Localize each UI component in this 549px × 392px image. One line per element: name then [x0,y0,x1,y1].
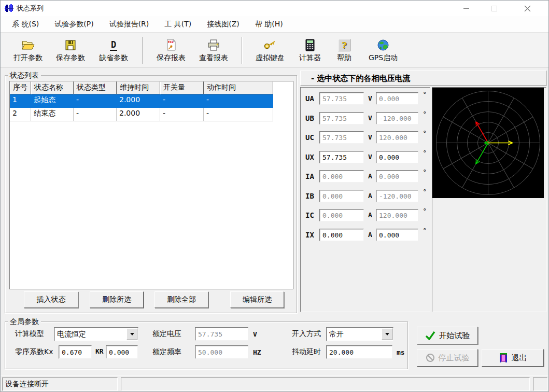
virtual-keyboard-button[interactable]: 虚拟键盘 [249,35,291,65]
menu-bar: 系 统(S) 试验参数(P) 试验报告(R) 工 具(T) 接线图(Z) 帮 助… [1,16,548,33]
phase-label: UX [305,153,314,161]
cell[interactable]: 2.000 [117,94,160,108]
phase-row-ic: IC 0.000 A 120.000 ° [301,209,430,222]
delete-selected-button[interactable]: 删除所选 [90,291,144,308]
maximize-button[interactable] [482,1,506,16]
cell[interactable]: 起始态 [31,94,74,108]
phase-label: IA [305,172,314,180]
table-row-selected[interactable]: 1 起始态 - 2.000 - - [10,94,293,108]
cell[interactable]: - [160,94,204,108]
delete-all-button[interactable]: 删除全部 [154,291,208,308]
rated-voltage-input: 57.735 [195,327,248,341]
cell[interactable]: - [160,108,204,121]
calculator-button[interactable]: 计算器 [291,35,329,65]
cell[interactable]: - [74,94,117,108]
column-header[interactable]: 维持时间 [117,81,160,94]
degree-symbol: ° [423,110,427,118]
save-report-button[interactable]: EXL 保存报表 [150,35,192,65]
unit-label: A [368,192,372,200]
ix-magnitude-input[interactable]: 0.000 [319,229,364,241]
cell[interactable]: - [74,108,117,121]
default-params-icon: D [110,38,117,52]
phase-label: UB [305,114,314,122]
cell[interactable]: 1 [10,94,31,108]
column-header[interactable]: 状态类型 [74,81,117,94]
phase-row-ia: IA 0.000 A 0.000 ° [301,170,430,183]
phase-label: IB [305,192,314,200]
phase-label: IC [305,211,314,219]
jitter-delay-input[interactable]: 20.000 [326,345,392,359]
column-header[interactable]: 序号 [10,81,31,94]
ic-angle-input: 120.000 [376,209,418,221]
dropdown-button[interactable] [382,328,392,340]
unit-label: A [368,231,372,239]
cell[interactable]: 2 [10,108,31,121]
dropdown-button[interactable] [126,328,137,340]
cell[interactable]: 2.000 [117,108,160,121]
jitter-delay-label: 抖动延时 [292,347,321,357]
ic-magnitude-input: 0.000 [319,209,364,221]
ux-magnitude-input[interactable]: 57.735 [319,151,364,163]
menu-test-params[interactable]: 试验参数(P) [54,20,93,29]
phase-label: IX [305,231,314,239]
rated-voltage-label: 额定电压 [152,329,181,339]
gps-start-button[interactable]: GPS启动 [359,35,407,65]
start-test-button[interactable]: 开始试验 [417,327,478,344]
ub-angle-input: -120.000 [376,112,418,124]
export-report-icon: EXL [165,38,177,52]
calc-model-select[interactable]: 电流恒定 [54,327,138,341]
insert-state-button[interactable]: 插入状态 [24,291,78,308]
phase-row-ub: UB 57.735 V -120.000 ° [301,112,430,125]
delay-unit-label: ms [397,348,405,356]
menu-test-report[interactable]: 试验报告(R) [109,20,149,29]
maximize-icon [491,6,497,11]
column-header-filler [273,81,293,94]
column-header[interactable]: 开关量 [160,81,204,94]
cell[interactable]: - [204,108,273,121]
menu-wiring-diagram[interactable]: 接线图(Z) [207,20,240,29]
kx-input[interactable]: 0.670 [59,345,92,359]
globe-icon [377,38,389,52]
save-icon [65,38,76,52]
kr-input[interactable]: 0.000 [106,345,138,359]
phase-row-ua: UA 57.735 V 0.000 ° [301,92,430,105]
column-header[interactable]: 动作时间 [204,81,273,94]
phase-panel-header: - 选中状态下的各相电压电流 [300,71,546,86]
minimize-button[interactable] [454,1,478,16]
open-params-button[interactable]: 打开参数 [7,35,49,65]
zero-seq-kx-label: 零序系数Kx [15,347,53,357]
calculator-icon [305,38,315,52]
phase-row-ix: IX 0.000 A 0.000 ° [301,229,430,242]
input-mode-label: 开入方式 [292,329,321,339]
ib-magnitude-input: 0.000 [319,190,364,202]
window-title: 状态系列 [17,4,44,13]
status-bar: 设备连接断开 [1,375,548,392]
unit-label: V [368,153,372,161]
unit-label: A [368,211,372,219]
default-params-button[interactable]: D 缺省参数 [92,35,135,65]
input-mode-select[interactable]: 常开 [326,327,393,341]
table-header-row: 序号 状态名称 状态类型 维持时间 开关量 动作时间 [10,81,293,94]
menu-help[interactable]: 帮 助(H) [255,20,283,29]
status-table[interactable]: 序号 状态名称 状态类型 维持时间 开关量 动作时间 1 起始态 - 2.000… [9,81,293,289]
cell[interactable]: - [204,94,273,108]
view-report-button[interactable]: 查看报表 [192,35,235,65]
ux-angle-input[interactable]: 0.000 [376,151,418,163]
ix-angle-input[interactable]: 0.000 [376,229,418,241]
help-button[interactable]: ? 帮助 [329,35,359,65]
phase-panel: UA 57.735 V 0.000 ° UB 57.735 V -120.000… [300,87,430,312]
close-button[interactable] [515,1,539,16]
degree-symbol: ° [423,188,427,195]
edit-selected-button[interactable]: 编辑所选 [230,291,284,308]
menu-system[interactable]: 系 统(S) [12,20,39,29]
table-row[interactable]: 2 结束态 - 2.000 - - [10,108,293,121]
rated-freq-input: 50.000 [195,345,248,359]
print-icon [207,38,220,52]
column-header[interactable]: 状态名称 [31,81,74,94]
menu-tools[interactable]: 工 具(T) [164,20,191,29]
save-params-button[interactable]: 保存参数 [49,35,92,65]
exit-button[interactable]: 退出 [482,349,544,367]
app-icon [5,4,13,12]
cell[interactable]: 结束态 [31,108,74,121]
title-bar: 状态系列 [1,1,548,16]
